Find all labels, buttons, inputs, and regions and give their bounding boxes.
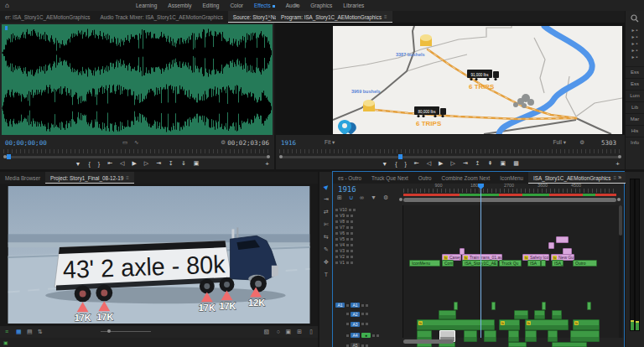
comparison-view-button[interactable]: ▩ (513, 160, 519, 167)
timeline-clip[interactable] (439, 310, 456, 319)
program-current-timecode[interactable]: 1916 (281, 139, 296, 147)
timeline-clip[interactable]: Truck Qu (499, 260, 522, 267)
go-to-out-button[interactable]: ⇥ (463, 160, 468, 167)
insert-button[interactable]: ↧ (169, 160, 174, 167)
playback-resolution-dropdown[interactable]: Full ▾ (553, 139, 566, 146)
panel-tab[interactable]: Truck Que Next (366, 172, 413, 184)
export-frame-button[interactable]: ▣ (501, 160, 506, 167)
timeline-settings-icon[interactable]: ⚙ (383, 194, 388, 201)
nest-toggle-icon[interactable]: ⊞ (337, 194, 342, 201)
workspace-tab-editing[interactable]: Editing (203, 3, 220, 8)
list-view-button[interactable]: ≡ (5, 329, 8, 334)
source-scrub-playhead[interactable] (7, 154, 11, 159)
timeline-clip[interactable]: Outro (573, 260, 597, 267)
collapsed-panel-tab-lib[interactable]: Lib (626, 101, 644, 113)
timeline-clip[interactable]: IconMenu (409, 260, 440, 267)
panel-tab[interactable]: Combine Zoom Next (437, 172, 496, 184)
extract-button[interactable]: ⇞ (488, 160, 493, 167)
delete-button[interactable]: ▯ (309, 329, 313, 335)
timeline-vertical-scrollbar[interactable] (619, 205, 622, 338)
track-mute-button[interactable] (361, 344, 364, 347)
truck-preview-image[interactable]: 43' 2 axle - 80k (7, 186, 311, 324)
go-to-in-button[interactable]: ⇤ (107, 160, 112, 167)
step-back-button[interactable]: ◁ (427, 160, 431, 167)
step-forward-button[interactable]: ▷ (144, 160, 148, 167)
slip-tool[interactable]: ⇆ (319, 230, 333, 243)
panel-menu-icon[interactable]: ≡ (384, 14, 387, 19)
timeline-clip[interactable]: ISA (527, 260, 541, 267)
vertical-scroll-handle[interactable] (619, 205, 622, 236)
timeline-clip[interactable] (552, 310, 562, 319)
razor-tool[interactable]: ✄ (319, 218, 333, 230)
new-item-button[interactable]: ⊞ (297, 329, 302, 335)
workspace-tab-libraries[interactable]: Libraries (343, 3, 364, 8)
timeline-clip[interactable] (587, 302, 591, 310)
play-button[interactable]: ▶ (132, 160, 136, 167)
drag-audio-icon[interactable]: ∿ (134, 139, 138, 146)
track-solo-button[interactable] (366, 344, 368, 347)
timeline-tab-overflow-icon[interactable]: » (618, 174, 621, 180)
workspace-tab-assembly[interactable]: Assembly (168, 3, 191, 8)
automate-to-sequence-button[interactable]: ▧ (263, 329, 269, 335)
collapsed-panel-tab-info[interactable]: Info (626, 137, 644, 148)
timeline-clip[interactable] (464, 330, 477, 342)
button-editor-plus[interactable]: + (265, 160, 269, 168)
timeline-clip[interactable] (548, 330, 558, 342)
export-frame-button[interactable]: ▣ (194, 160, 200, 167)
linked-selection-icon[interactable]: ∞ (360, 194, 364, 201)
timeline-ruler[interactable] (403, 189, 616, 193)
settings-wrench-icon[interactable]: ⚙ (579, 139, 584, 146)
panel-tab[interactable]: ISA_Story1C_AEMotionGraphics≡× (528, 172, 626, 184)
overwrite-button[interactable]: ⇓ (181, 160, 186, 167)
timeline-clip[interactable] (514, 310, 528, 319)
track-target-button[interactable]: A5 (351, 343, 360, 347)
add-marker-button[interactable]: ▼ (371, 194, 377, 201)
panel-tab[interactable]: Project: Story1_Final_08-12-19≡ (45, 172, 134, 184)
timeline-clip[interactable]: Comb (442, 260, 454, 267)
panel-tab[interactable]: Outro (413, 172, 437, 184)
lift-button[interactable]: ↥ (475, 160, 480, 167)
sort-button[interactable]: ⇅ (38, 329, 43, 335)
collapsed-panel-tab-ess[interactable]: Ess (626, 78, 644, 90)
panel-tab[interactable]: IconMenu (495, 172, 528, 184)
timeline-clip[interactable]: fx (573, 319, 600, 330)
zoom-slider[interactable] (101, 331, 151, 332)
audio-waveform-area[interactable] (2, 24, 273, 135)
add-marker-button[interactable]: ▼ (382, 161, 387, 167)
timeline-clip[interactable] (548, 242, 554, 249)
add-marker-button[interactable]: ▼ (75, 161, 81, 167)
type-tool[interactable]: T (319, 268, 333, 281)
timeline-timecode[interactable]: 1916 (338, 185, 356, 194)
timeline-clip[interactable]: fx (525, 319, 569, 330)
timeline-clip[interactable] (552, 342, 587, 347)
workspace-overflow-icon[interactable]: » (295, 3, 299, 8)
zoom-handle-left[interactable] (279, 155, 283, 158)
collapsed-panel-tab-his[interactable]: His (626, 125, 644, 137)
panel-menu-icon[interactable]: ≡ (126, 175, 129, 180)
timeline-horizontal-scrollbar[interactable] (403, 339, 454, 344)
timeline-clip[interactable]: ISA_ (552, 260, 564, 267)
panel-tab[interactable]: Media Browser (0, 172, 45, 184)
playhead-line[interactable] (480, 189, 481, 338)
workspace-tab-color[interactable]: Color (230, 3, 243, 8)
panel-tab[interactable]: Audio Track Mixer: ISA_Story1C_AEMotionG… (96, 11, 228, 23)
effects-bin-row[interactable]: ▸ ▪ (626, 26, 644, 33)
zoom-slider-handle[interactable] (107, 329, 111, 333)
zoom-handle-right[interactable] (618, 155, 621, 158)
effects-bin-row[interactable]: ▸ ▪ (626, 33, 644, 39)
source-current-timecode[interactable]: 00;00;00;00 (5, 139, 47, 147)
step-back-button[interactable]: ◁ (120, 160, 124, 167)
timeline-clip[interactable] (454, 302, 458, 310)
workspace-tab-learning[interactable]: Learning (136, 3, 157, 8)
track-lock-icon[interactable] (346, 344, 349, 347)
timeline-clip[interactable] (570, 330, 600, 342)
collapsed-panel-tab-mar[interactable]: Mar (626, 113, 644, 125)
timeline-clip[interactable] (491, 302, 496, 310)
panel-tab[interactable]: er: ISA_Story1C_AEMotionGraphics (0, 11, 96, 23)
timeline-zoom-scrollbar[interactable] (403, 198, 616, 202)
collapsed-panel-tab-ess[interactable]: Ess (626, 66, 644, 78)
audio-track-header-a5[interactable]: A5 (335, 342, 401, 347)
hand-tool[interactable]: ✥ (319, 256, 333, 268)
mark-out-button[interactable]: } (405, 161, 407, 167)
zoom-handle-left[interactable] (399, 198, 402, 201)
